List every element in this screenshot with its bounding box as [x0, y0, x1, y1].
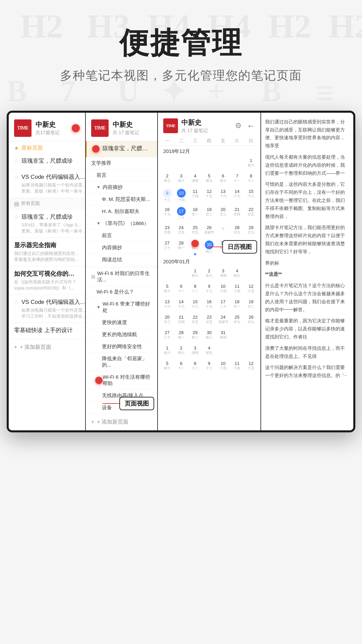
cal-day-22[interactable]: 22廿五 [244, 205, 258, 222]
next-6[interactable]: 6十一 [175, 359, 188, 374]
outline-item-security[interactable]: 更好的网络安全性 [86, 341, 157, 353]
jan-6[interactable]: 6十一 [175, 282, 188, 297]
add-page-btn-1[interactable]: + + 添加新页面 [9, 339, 85, 356]
jan-25[interactable]: 25廿九 [230, 313, 244, 327]
jan-9[interactable]: 9十三 [202, 282, 216, 297]
list-item-vscode-2[interactable]: ☆ VS Code 代码编辑器入... 如果当电脑只能装一个软件还需... 学习… [9, 295, 85, 323]
cal-day-7[interactable]: 7十一 [230, 171, 244, 186]
outline-item-author2[interactable]: H. A. 别尔嘉耶夫 [86, 206, 157, 218]
outline-item-fw2[interactable]: 前言 [86, 230, 157, 242]
cal-day-25[interactable]: 25廿五 [188, 223, 202, 238]
list-item-interactive[interactable]: 如何交互可视化你的卡片式... 在《[如何高效实践卡片式写作？ sspai.co… [9, 266, 85, 295]
jan-4[interactable]: 4初九 [230, 266, 244, 281]
add-page-btn-2[interactable]: + + 添加新页面 [86, 414, 157, 430]
outline-item-speed[interactable]: 更快的速度 [86, 317, 157, 329]
jan-18[interactable]: 18廿一 [230, 297, 244, 312]
cal-day-20[interactable]: 20廿三 [217, 205, 230, 222]
jan-11[interactable]: 11十四 [230, 282, 244, 297]
list-item-2[interactable]: ☆ 琼瑰非宝，尺膘成珍 3月4日，苹果发布了《App S... 更新。新版《标准… [9, 210, 85, 238]
jan-21[interactable]: 21廿四 [175, 313, 188, 327]
cal-day-21[interactable]: 21廿四 [230, 205, 244, 222]
jan-24[interactable]: 24圣诞节 [217, 313, 230, 327]
outline-item-ex2[interactable]: 内容摘抄 [86, 242, 157, 254]
jan-14[interactable]: 14十七 [175, 297, 188, 312]
jan-1[interactable]: 1初六 [188, 266, 202, 281]
outline-item-foreword[interactable]: 前言 [86, 169, 157, 181]
next-2[interactable]: 2初七 [175, 343, 188, 358]
next-12[interactable]: 12十五 [244, 359, 258, 374]
list-item-design[interactable]: 零基础快读 上手的设计 [9, 323, 85, 339]
jan-13[interactable]: 13十六 [161, 297, 174, 312]
next-8[interactable]: 8十二 [188, 359, 202, 374]
starred-item-1[interactable]: ☆ 琼瑰非宝，尺膘成珍 [9, 154, 85, 170]
jan-19[interactable]: 19廿二 [244, 297, 258, 312]
cal-day-3[interactable]: 3初八 [175, 171, 188, 186]
cal-day-15[interactable]: 15十八 [244, 187, 258, 204]
settings-icon[interactable]: ⚙ [235, 121, 242, 130]
jan-23[interactable]: 23廿五 [202, 313, 216, 327]
jan-17[interactable]: 17二十 [217, 297, 230, 312]
jan-30[interactable]: 30初三 [202, 328, 216, 343]
cal-day-23[interactable]: 23廿四 [161, 223, 174, 238]
jan-27[interactable]: 27三十 [161, 328, 174, 343]
cal-day-8[interactable]: 8十二 [244, 171, 258, 186]
list-item-vscode-1[interactable]: ☆ VS Code 代码编辑器入... 如果当电脑只能装一个软件还需... 更新… [9, 170, 85, 198]
jan-16[interactable]: 16十九 [202, 297, 216, 312]
cal-day-17[interactable]: 17二十 [175, 205, 188, 222]
jan-31[interactable]: 31初四 [217, 328, 230, 343]
jan-28[interactable]: 28初一 [175, 328, 188, 343]
jan-22[interactable]: 22廿五 [188, 313, 202, 327]
cal-day-6[interactable]: 6初十 [217, 171, 230, 186]
outline-item-summary[interactable]: 阅读总结 [86, 254, 157, 266]
cal-day-24[interactable]: 24廿五 [175, 223, 188, 238]
outline-item-neighbor[interactable]: 降低来自「邻居家」的... [86, 353, 157, 371]
outline-item-literature[interactable]: 文学推荐 [86, 157, 157, 169]
jan-8[interactable]: 8十二 [188, 282, 202, 297]
jan-12[interactable]: 12十五 [244, 282, 258, 297]
jan-26[interactable]: 26廿九 [244, 313, 258, 327]
next-9[interactable]: 9十三 [202, 359, 216, 374]
next-3[interactable]: 3清明 [188, 343, 202, 358]
next-4[interactable]: 4初九 [202, 343, 216, 358]
cal-day-9[interactable]: 9十三 [161, 187, 174, 204]
jan-3[interactable]: 3清明 [217, 266, 230, 281]
jan-2[interactable]: 2初七 [202, 266, 216, 281]
cal-day-1[interactable]: 1初六 [244, 156, 258, 171]
cal-day-16[interactable]: 16十九 [161, 205, 174, 222]
outline-item-author1[interactable]: Φ. M. 陀思妥耶夫斯... [86, 194, 157, 206]
jan-5[interactable]: 5初十 [161, 282, 174, 297]
cal-day-28a[interactable]: 28廿九 [230, 223, 244, 238]
jan-15[interactable]: 15十八 [188, 297, 202, 312]
cal-day-4[interactable]: 4清明 [188, 171, 202, 186]
cal-day-28b[interactable]: 28初一 [175, 238, 188, 256]
cal-day-plus[interactable]: + [217, 223, 230, 238]
cal-day-11[interactable]: 11十四 [188, 187, 202, 204]
outline-item-battery[interactable]: 更长的电池续航 [86, 329, 157, 341]
next-10[interactable]: 10十四 [217, 359, 230, 374]
cal-day-5[interactable]: 5初九 [202, 171, 216, 186]
jan-10[interactable]: 10十四 [217, 282, 230, 297]
cal-day-14[interactable]: 14十七 [230, 187, 244, 204]
cal-day-2[interactable]: 2初七 [161, 171, 174, 186]
next-5[interactable]: 5初十 [161, 359, 174, 374]
cal-day-12[interactable]: 12十五 [202, 187, 216, 204]
list-item-display[interactable]: 显示器完全指南 我们通过自己的眼睛感受到实世... 受着毫无束缚的视野与绚烂缤纷… [9, 238, 85, 266]
cal-day-10[interactable]: 10十四 [175, 187, 188, 204]
cal-day-26[interactable]: 26圣诞节 [202, 223, 216, 238]
cal-day-18[interactable]: 18廿一 [188, 205, 202, 222]
outline-item-novel[interactable]: ▼ 《罪与罚》（1866） [86, 218, 157, 230]
next-11[interactable]: 11十四 [230, 359, 244, 374]
cal-day-29b[interactable]: 29初二 [188, 238, 202, 256]
back-arrow[interactable]: ← [247, 121, 255, 130]
outline-item-wifi-title[interactable]: ▤ Wi-Fi 6 对我们的日常生活... [86, 267, 157, 286]
cal-day-29a[interactable]: 29廿九 [244, 223, 258, 238]
outline-featured[interactable]: 琼瑰非宝，尺膘成珍 [86, 141, 157, 157]
outline-item-excerpt[interactable]: ▼ 内容摘抄 [86, 181, 157, 194]
jan-29[interactable]: 29初二 [188, 328, 202, 343]
outline-item-wifi-what[interactable]: Wi-Fi 6 是什么？ [86, 286, 157, 298]
next-1[interactable]: 1初六 [161, 343, 174, 358]
cal-day-13[interactable]: 13十六 [217, 187, 230, 204]
outline-item-wifi-benefits[interactable]: ▼ Wi-Fi 6 带来了哪些好处 [86, 298, 157, 317]
cal-day-27a[interactable]: 27三十 [161, 238, 174, 256]
cal-day-19[interactable]: 19廿二 [202, 205, 216, 222]
